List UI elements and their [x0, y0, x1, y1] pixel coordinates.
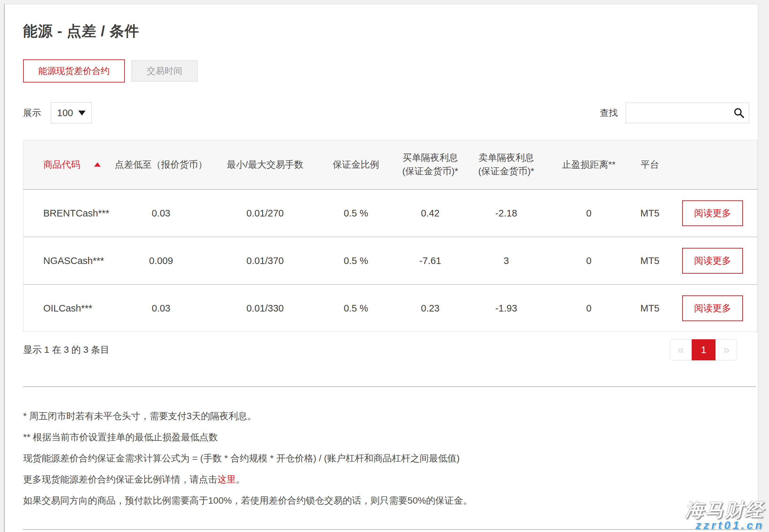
footnotes: * 周五闭市时若有未平仓头寸，需要支付3天的隔夜利息。 ** 根据当前市价设置挂…: [23, 412, 756, 505]
column-header-swap-short[interactable]: 卖单隔夜利息 (保证金货币)*: [467, 140, 546, 190]
watermark-domain: zzrt01.cn: [685, 519, 764, 531]
column-header-platform[interactable]: 平台: [632, 140, 668, 190]
spread-cell: 0.03: [110, 189, 213, 237]
divider: [23, 529, 756, 530]
column-header-symbol[interactable]: 商品代码: [23, 140, 110, 190]
pagination-next-button[interactable]: »: [716, 339, 737, 360]
platform-cell: MT5: [632, 284, 668, 332]
search-icon: [733, 107, 745, 119]
lots-cell: 0.01/270: [213, 189, 318, 237]
page-size-value: 100: [57, 108, 73, 118]
table-row: OILCash*** 0.03 0.01/330 0.5 % 0.23 -1.9…: [23, 284, 757, 332]
spread-cell: 0.009: [110, 237, 213, 284]
table-footer: 显示 1 在 3 的 3 条目 « 1 »: [23, 339, 756, 360]
spreads-table: 商品代码 点差低至（报价货币） 最小/最大交易手数 保证金比例 买单隔夜利息 (…: [23, 140, 757, 332]
search-label: 查找: [600, 107, 618, 119]
platform-cell: MT5: [632, 189, 668, 237]
read-more-button[interactable]: 阅读更多: [682, 200, 743, 226]
column-header-stop-distance[interactable]: 止盈损距离**: [546, 140, 632, 190]
pagination-page-1[interactable]: 1: [692, 339, 716, 360]
footnote-margin-details: 更多现货能源差价合约保证金比例详情，请点击这里。: [23, 475, 756, 484]
lots-cell: 0.01/370: [213, 237, 318, 284]
sort-asc-icon: [94, 162, 101, 167]
swap-short-cell: -1.93: [467, 284, 546, 332]
symbol-cell: OILCash***: [23, 284, 110, 332]
margin-cell: 0.5 %: [318, 284, 394, 332]
watermark-title: 海马财经: [685, 500, 764, 520]
entries-info: 显示 1 在 3 的 3 条目: [23, 344, 109, 356]
lots-cell: 0.01/330: [213, 284, 318, 332]
divider: [23, 386, 756, 387]
column-header-swap-long[interactable]: 买单隔夜利息 (保证金货币)*: [394, 140, 467, 190]
footnote-margin-formula: 现货能源差价合约保证金需求计算公式为 = (手数 * 合约规模 * 开仓价格) …: [23, 454, 756, 463]
column-header-spread[interactable]: 点差低至（报价货币）: [110, 140, 213, 190]
table-controls: 展示 100 查找: [23, 102, 756, 123]
margin-cell: 0.5 %: [318, 189, 394, 237]
footnote-min-stop-level: ** 根据当前市价设置挂单的最低止损盈最低点数: [23, 433, 756, 442]
search-input[interactable]: [626, 103, 749, 123]
tab-bar: 能源现货差价合约 交易时间: [23, 59, 756, 83]
stop-distance-cell: 0: [546, 284, 632, 332]
page-size-select[interactable]: 100: [51, 102, 92, 123]
read-more-button[interactable]: 阅读更多: [682, 248, 743, 274]
margin-cell: 0.5 %: [318, 237, 394, 284]
read-more-button[interactable]: 阅读更多: [682, 295, 743, 321]
stop-distance-cell: 0: [546, 237, 632, 284]
table-header-row: 商品代码 点差低至（报价货币） 最小/最大交易手数 保证金比例 买单隔夜利息 (…: [23, 140, 757, 190]
show-entries-label: 展示: [23, 107, 41, 119]
tab-energy-spot-cfd[interactable]: 能源现货差价合约: [23, 59, 125, 83]
page-title: 能源 - 点差 / 条件: [23, 21, 756, 41]
spread-cell: 0.03: [110, 284, 213, 332]
swap-short-cell: 3: [467, 237, 546, 284]
chevron-down-icon: [78, 111, 85, 116]
footnote-swap-3days: * 周五闭市时若有未平仓头寸，需要支付3天的隔夜利息。: [23, 412, 756, 421]
watermark: 海马财经 zzrt01.cn: [685, 500, 764, 531]
footnote-hedged-margin: 如果交易同方向的商品，预付款比例需要高于100%，若使用差价合约锁仓交易的话，则…: [23, 496, 756, 505]
column-header-lots[interactable]: 最小/最大交易手数: [213, 140, 318, 190]
content-card: 能源 - 点差 / 条件 能源现货差价合约 交易时间 展示 100 查找: [4, 4, 758, 532]
here-link[interactable]: 这里: [217, 474, 236, 484]
symbol-cell: NGASCash***: [23, 237, 110, 284]
swap-long-cell: 0.42: [394, 189, 467, 237]
table-row: NGASCash*** 0.009 0.01/370 0.5 % -7.61 3…: [23, 237, 757, 284]
swap-long-cell: -7.61: [394, 237, 467, 284]
platform-cell: MT5: [632, 237, 668, 284]
tab-trading-hours[interactable]: 交易时间: [131, 60, 198, 82]
symbol-cell: BRENTCash***: [23, 189, 110, 237]
swap-long-cell: 0.23: [394, 284, 467, 332]
stop-distance-cell: 0: [546, 189, 632, 237]
column-header-margin[interactable]: 保证金比例: [318, 140, 394, 190]
swap-short-cell: -2.18: [467, 189, 546, 237]
pagination-prev-button[interactable]: «: [670, 339, 692, 360]
table-row: BRENTCash*** 0.03 0.01/270 0.5 % 0.42 -2…: [23, 189, 757, 237]
column-header-actions: [668, 140, 757, 190]
pagination: « 1 »: [670, 339, 737, 360]
search-field-wrap: [626, 103, 749, 123]
